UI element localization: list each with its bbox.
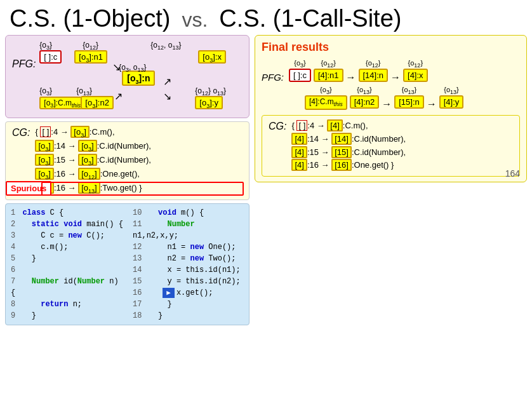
annot-o12-1: {o12} xyxy=(83,41,98,51)
left-pfg-content: PFG: {o3} {o12} {o12, o13} [ ]:c [o3]:n1 xyxy=(12,41,243,114)
left-cg-area: CG: { [ ]:4 → [o3]:C.m(), [o3]:14 → [o3]… xyxy=(5,121,249,200)
code-line-10: 10 void m() { xyxy=(133,207,244,219)
node-o3y: [o3]:y xyxy=(195,97,223,109)
right-arrow-1: → xyxy=(346,72,356,83)
code-line-7: 7 Number id(Number n) { xyxy=(11,276,126,299)
code-line-3: 3 C c = new C(); xyxy=(11,230,126,241)
code-line-11: 11 Number n1,n2,x,y; xyxy=(133,219,244,241)
code-line-13: 13 n2 = new Two(); xyxy=(133,253,244,264)
r-annot-o12-1: {o12} xyxy=(321,59,336,69)
cg-line-5: [o3]:16 → [o13]:Two.get() } xyxy=(35,182,151,196)
right-arrow-3: → xyxy=(382,98,392,110)
r-annot-o3: {o3} xyxy=(294,59,306,69)
r-cg-line-2: [4]:14 → [14]:C.id(Number), xyxy=(291,133,406,146)
annot-o12o13-2: {o12} o13} xyxy=(195,86,226,97)
r-node-4y: [4]:y xyxy=(439,95,464,109)
r-node-4n1: [4]:n1 xyxy=(314,69,343,82)
r-node-14n: [14]:n xyxy=(359,69,389,82)
pfg-label-left: PFG: xyxy=(12,58,36,70)
cg-label-right: CG: xyxy=(269,121,286,132)
r-annot-o13-2: {o13} xyxy=(402,86,417,95)
node-o3n1: [o3]:n1 xyxy=(74,51,107,64)
right-pfg-col2: {o12} [4]:n1 xyxy=(314,59,343,82)
code-line-5: 5 } xyxy=(11,253,126,264)
code-line-18: 18 } xyxy=(133,310,244,321)
r-annot-o13-3: {o13} xyxy=(444,86,459,95)
r-node-15n: [15]:n xyxy=(394,95,424,109)
right-pfg-col3: {o12} [14]:n xyxy=(359,59,389,82)
right-arrow-2: → xyxy=(390,72,401,83)
code-section: 1 class C { 2 static void main() { 3 C c… xyxy=(5,203,249,325)
code-line-16: 16 ▶x.get(); xyxy=(133,287,244,299)
cg-lines-left: { [ ]:4 → [o3]:C.m(), [o3]:14 → [o3]:C.i… xyxy=(35,126,151,196)
title-left: C.S. (1-Object) xyxy=(10,5,170,32)
annot-o12o13: {o12, o13} xyxy=(150,41,181,51)
code-line-6: 6 xyxy=(11,264,126,276)
annot-o3-2: {o3} xyxy=(39,86,52,97)
right-pfg-col5: {o3} [4]:C.mthis xyxy=(305,86,347,110)
title-vs: vs. xyxy=(182,8,208,32)
code-left: 1 class C { 2 static void main() { 3 C c… xyxy=(11,207,126,321)
node-o3n2-box: [o3]:n2 xyxy=(81,96,114,109)
right-pfg-col1: {o3} [ ]:c xyxy=(289,59,311,82)
cg-line-4: [o3]:16 → [o12]:One.get(), xyxy=(35,168,151,182)
code-line-8: 8 return n; xyxy=(11,299,126,310)
annot-o3o13: {o3, o13} xyxy=(119,63,146,73)
code-line-4: 4 c.m(); xyxy=(11,241,126,253)
annot-o3-1: {o3} xyxy=(39,41,52,51)
code-right: 10 void m() { 11 Number n1,n2,x,y; 12 n1… xyxy=(133,207,244,321)
right-pfg-row2: {o3} [4]:C.mthis {o13} [4]:n2 → {o13} [1… xyxy=(305,86,520,110)
cg-lines-right: { [ ]:4 → [4]:C.m(), [4]:14 → [14]:C.id(… xyxy=(291,119,406,172)
r-cg-line-3: [4]:15 → [15]:C.id(Number), xyxy=(291,146,406,159)
cg-line-3: [o3]:15 → [o3]:C.id(Number), xyxy=(35,154,151,168)
title-row: C.S. (1-Object) vs. C.S. (1-Call-Site) xyxy=(0,0,532,35)
left-panel: PFG: {o3} {o12} {o12, o13} [ ]:c [o3]:n1 xyxy=(5,35,249,325)
arrow-n1-n: ↘ xyxy=(112,61,121,73)
node-c-box: [ ]:c xyxy=(39,50,62,64)
r-annot-o12-3: {o12} xyxy=(408,59,423,69)
right-pfg-section: PFG: {o3} [ ]:c {o12} [4]:n1 → {o12} [14… xyxy=(262,59,520,110)
title-right: C.S. (1-Call-Site) xyxy=(219,5,401,32)
node-o3n1-box: [o3]:n1 xyxy=(74,50,107,64)
right-pfg-label-row: PFG: {o3} [ ]:c {o12} [4]:n1 → {o12} [14… xyxy=(262,59,520,83)
node-o3cmthis-box: [o3]:C.mthis xyxy=(39,97,85,109)
page-number: 164 xyxy=(505,168,520,179)
arrow-n-y: ↘ xyxy=(163,90,171,102)
code-line-17: 17 } xyxy=(133,299,244,310)
node-o3y-box: [o3]:y xyxy=(195,96,223,109)
right-pfg-col4: {o12} [4]:x xyxy=(403,59,428,82)
code-line-15: 15 y = this.id(n2); xyxy=(133,276,244,287)
left-pfg-area: PFG: {o3} {o12} {o12, o13} [ ]:c [o3]:n1 xyxy=(5,35,249,118)
main-content: PFG: {o3} {o12} {o12, o13} [ ]:c [o3]:n1 xyxy=(0,35,532,325)
node-o3x: [o3]:x xyxy=(198,51,226,64)
right-panel: Final results PFG: {o3} [ ]:c {o12} [4]:… xyxy=(255,35,527,182)
final-results-label: Final results xyxy=(262,41,520,54)
node-o3n2: [o3]:n2 xyxy=(81,97,114,109)
arrow-n-x: ↗ xyxy=(163,76,171,88)
cg-label-left: CG: xyxy=(12,127,30,139)
code-line-14: 14 x = this.id(n1); xyxy=(133,264,244,276)
cg-line-1: { [ ]:4 → [o3]:C.m(), xyxy=(35,126,151,140)
r-cg-line-1: { [ ]:4 → [4]:C.m(), xyxy=(291,119,406,133)
right-cg-row: CG: { [ ]:4 → [4]:C.m(), [4]:14 → [14]:C… xyxy=(269,119,513,172)
r-cg-line-4: [4]:16 → [16]:One.get() } xyxy=(291,159,406,172)
r-annot-o13-1: {o13} xyxy=(357,86,372,95)
code-line-1: 1 class C { xyxy=(11,207,126,219)
node-o3x-box: [o3]:x xyxy=(198,50,226,64)
r-node-c: [ ]:c xyxy=(289,69,311,82)
spurious-badge: Spurious xyxy=(6,181,51,196)
right-pfg-col7: {o13} [15]:n xyxy=(394,86,424,109)
code-line-2: 2 static void main() { xyxy=(11,219,126,230)
node-o3n: [o3]:n xyxy=(122,72,155,85)
r-node-4x: [4]:x xyxy=(403,69,428,82)
arrow-n2-n: ↗ xyxy=(114,90,123,102)
node-c: [ ]:c xyxy=(39,51,62,62)
code-line-12: 12 n1 = new One(); xyxy=(133,241,244,253)
r-node-4cmthis: [4]:C.mthis xyxy=(305,95,347,109)
code-line-9: 9 } xyxy=(11,310,126,321)
cg-line-2: [o3]:14 → [o3]:C.id(Number), xyxy=(35,140,151,154)
node-o3cmthis: [o3]:C.mthis xyxy=(39,97,85,109)
pfg-label-right: PFG: xyxy=(262,72,284,83)
r-annot-o3-2: {o3} xyxy=(320,86,332,95)
right-arrow-4: → xyxy=(427,98,437,110)
